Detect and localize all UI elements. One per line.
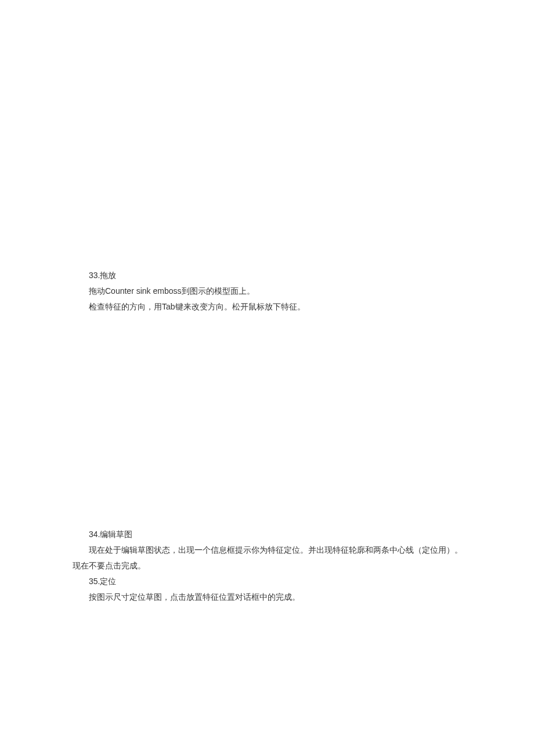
section-33-line2: 检查特征的方向，用Tab键来改变方向。松开鼠标放下特征。 [73,300,482,314]
section-33-line1: 拖动Counter sink emboss到图示的模型面上。 [73,284,482,298]
section-33-title: 33.拖放 [73,268,482,283]
section-34-line1: 现在处于编辑草图状态，出现一个信息框提示你为特征定位。并出现特征轮廓和两条中心线… [73,543,482,557]
section-34-title: 34.编辑草图 [73,527,482,542]
section-35-title: 35.定位 [73,574,482,589]
section-34-line2: 现在不要点击完成。 [73,559,482,573]
spacer [73,316,482,527]
document-content: 33.拖放 拖动Counter sink emboss到图示的模型面上。 检查特… [73,268,482,606]
section-35-line1: 按图示尺寸定位草图，点击放置特征位置对话框中的完成。 [73,590,482,604]
